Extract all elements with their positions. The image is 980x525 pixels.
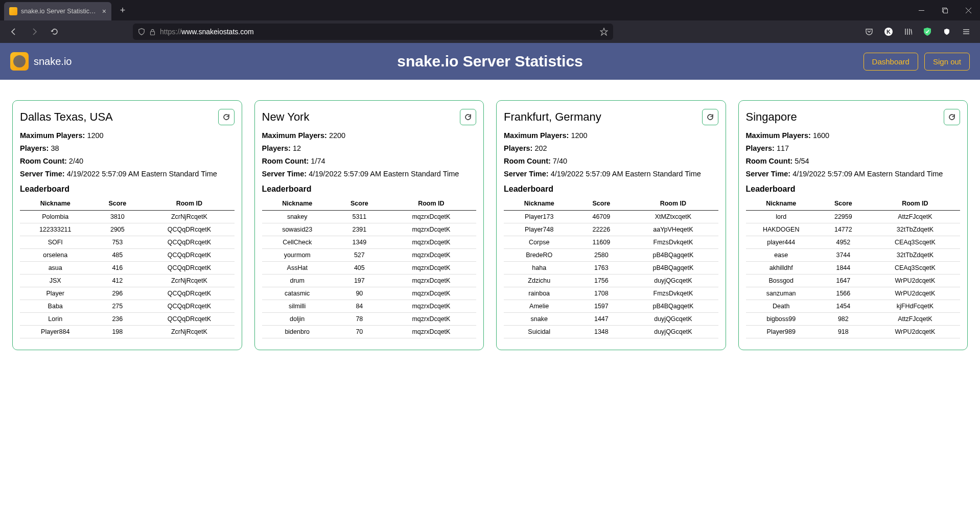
leaderboard-title: Leaderboard: [262, 185, 477, 194]
url-bar[interactable]: https://www.snakeiostats.com: [133, 24, 613, 40]
lb-room: WrPU2dcqetK: [870, 326, 960, 338]
lb-room: mqzrxDcqetK: [386, 326, 476, 338]
lb-room: duyjQGcqetK: [628, 326, 718, 338]
lb-room: duyjQGcqetK: [628, 313, 718, 326]
lb-nickname: haha: [504, 262, 574, 275]
lb-room: CEAq3ScqetK: [870, 262, 960, 275]
lb-score: 5311: [333, 211, 386, 223]
library-icon[interactable]: [899, 23, 917, 40]
stat-players: Players: 117: [746, 143, 961, 154]
lb-nickname: Player173: [504, 211, 574, 223]
refresh-button[interactable]: [702, 109, 718, 125]
titlebar: snake.io Server Statistics | Home × +: [0, 0, 980, 20]
brand-name: snake.io: [34, 56, 72, 67]
close-window-button[interactable]: [956, 0, 980, 20]
brand[interactable]: snake.io: [10, 52, 72, 71]
table-row: doljin 78 mqzrxDcqetK: [262, 313, 477, 326]
lb-room: XtMZtxcqetK: [628, 211, 718, 223]
server-name: New York: [262, 110, 460, 124]
lb-score: 485: [90, 249, 144, 262]
table-row: catasmic 90 mqzrxDcqetK: [262, 287, 477, 300]
lb-nickname: Zdzichu: [504, 275, 574, 287]
lb-score: 1597: [574, 300, 628, 313]
lb-room: QCQqDRcqetK: [144, 287, 234, 300]
table-row: player444 4952 CEAq3ScqetK: [746, 236, 961, 249]
th-score: Score: [333, 197, 386, 211]
lb-nickname: HAKDOGEN: [746, 223, 816, 236]
lb-score: 753: [90, 236, 144, 249]
lb-score: 4952: [816, 236, 870, 249]
lb-nickname: Death: [746, 300, 816, 313]
th-nickname: Nickname: [504, 197, 574, 211]
table-row: Player 296 QCQqDRcqetK: [20, 287, 235, 300]
table-row: bidenbro 70 mqzrxDcqetK: [262, 326, 477, 338]
svg-rect-5: [150, 31, 154, 35]
server-card: Singapore Maximum Players: 1600 Players:…: [738, 100, 968, 350]
lb-room: mqzrxDcqetK: [386, 211, 476, 223]
th-score: Score: [816, 197, 870, 211]
pocket-icon[interactable]: [860, 23, 878, 40]
lb-nickname: Player: [20, 287, 90, 300]
lb-nickname: drum: [262, 275, 333, 287]
table-row: snake 1447 duyjQGcqetK: [504, 313, 718, 326]
table-row: HAKDOGEN 14772 32tTbZdqetK: [746, 223, 961, 236]
refresh-button[interactable]: [460, 109, 476, 125]
th-room: Room ID: [144, 197, 234, 211]
reload-button[interactable]: [46, 23, 63, 40]
table-row: Player173 46709 XtMZtxcqetK: [504, 211, 718, 223]
leaderboard-table: Nickname Score Room ID snakey 5311 mqzrx…: [262, 197, 477, 338]
table-row: rainboa 1708 FmzsDvkqetK: [504, 287, 718, 300]
lb-score: 11609: [574, 236, 628, 249]
table-row: orselena 485 QCQqDRcqetK: [20, 249, 235, 262]
lb-score: 1454: [816, 300, 870, 313]
lb-room: ZcrNjRcqetK: [144, 275, 234, 287]
stat-max-players: Maximum Players: 1600: [746, 130, 961, 141]
lb-nickname: SOFI: [20, 236, 90, 249]
refresh-button[interactable]: [218, 109, 235, 125]
table-row: sowasid23 2391 mqzrxDcqetK: [262, 223, 477, 236]
lb-nickname: orselena: [20, 249, 90, 262]
ublock-icon[interactable]: [938, 23, 955, 40]
forward-button[interactable]: [26, 23, 43, 40]
server-cards: Dallas Texas, USA Maximum Players: 1200 …: [0, 80, 980, 371]
lb-room: pB4BQagqetK: [628, 262, 718, 275]
stat-players: Players: 12: [262, 143, 477, 154]
table-row: Death 1454 kjFHdFcqetK: [746, 300, 961, 313]
lb-room: QCQqDRcqetK: [144, 262, 234, 275]
table-row: drum 197 mqzrxDcqetK: [262, 275, 477, 287]
server-name: Singapore: [746, 110, 944, 124]
extension-k-icon[interactable]: K: [880, 23, 897, 40]
lb-score: 2580: [574, 249, 628, 262]
lb-nickname: silmilli: [262, 300, 333, 313]
browser-chrome: snake.io Server Statistics | Home × + ht…: [0, 0, 980, 43]
th-nickname: Nickname: [746, 197, 816, 211]
leaderboard-title: Leaderboard: [504, 185, 718, 194]
back-button[interactable]: [5, 23, 22, 40]
browser-tab[interactable]: snake.io Server Statistics | Home ×: [4, 2, 111, 20]
lb-nickname: ease: [746, 249, 816, 262]
lb-score: 46709: [574, 211, 628, 223]
maximize-button[interactable]: [933, 0, 956, 20]
stat-max-players: Maximum Players: 1200: [20, 130, 235, 141]
shield-green-icon[interactable]: [919, 23, 936, 40]
table-row: Player989 918 WrPU2dcqetK: [746, 326, 961, 338]
tab-close-icon[interactable]: ×: [102, 7, 106, 15]
table-row: Suicidal 1348 duyjQGcqetK: [504, 326, 718, 338]
dashboard-button[interactable]: Dashboard: [864, 53, 918, 71]
menu-icon[interactable]: [958, 23, 975, 40]
minimize-button[interactable]: [909, 0, 933, 20]
tab-title: snake.io Server Statistics | Home: [21, 8, 99, 15]
signout-button[interactable]: Sign out: [924, 53, 970, 71]
table-row: sanzuman 1566 WrPU2dcqetK: [746, 287, 961, 300]
bookmark-icon[interactable]: [600, 28, 608, 36]
lb-score: 3744: [816, 249, 870, 262]
server-card: Frankfurt, Germany Maximum Players: 1200…: [496, 100, 726, 350]
leaderboard-table: Nickname Score Room ID Polombia 3810 Zcr…: [20, 197, 235, 338]
lb-score: 527: [333, 249, 386, 262]
lb-room: mqzrxDcqetK: [386, 236, 476, 249]
lb-nickname: yourmom: [262, 249, 333, 262]
lb-room: mqzrxDcqetK: [386, 300, 476, 313]
refresh-button[interactable]: [944, 109, 960, 125]
lb-score: 2391: [333, 223, 386, 236]
new-tab-button[interactable]: +: [114, 2, 131, 18]
